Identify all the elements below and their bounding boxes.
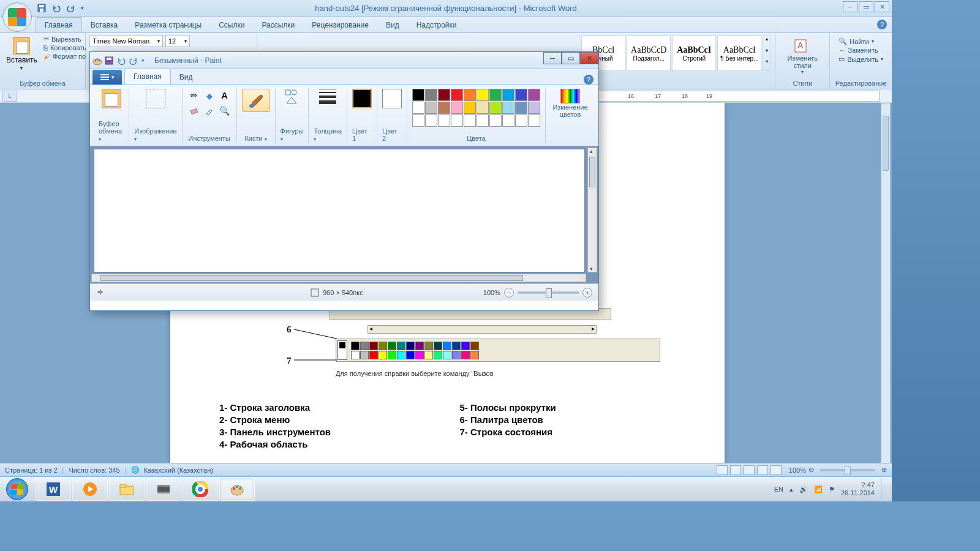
paint-save-icon[interactable] [105,56,113,65]
paint-minimize-button[interactable]: ─ [543,52,562,64]
paint-vs-thumb[interactable] [589,157,595,187]
palette-swatch[interactable] [477,89,489,101]
palette-swatch-empty[interactable] [451,114,463,127]
palette-swatch[interactable] [489,102,502,114]
paint-zoom-in[interactable]: + [582,288,592,298]
word-count[interactable]: Число слов: 345 [69,467,119,474]
paint-paste-icon[interactable] [102,89,121,108]
edit-colors-button[interactable]: Изменение цветов [551,89,590,118]
paint-qat-dropdown[interactable]: ▾ [141,58,145,64]
taskbar-chrome[interactable] [183,478,218,501]
tray-action-center-icon[interactable]: ⚑ [829,485,835,493]
palette-swatch[interactable] [502,89,514,101]
palette-swatch-empty[interactable] [515,114,527,127]
palette-swatch[interactable] [438,89,450,101]
font-size-select[interactable]: 12 ▾ [165,35,190,47]
picker-tool[interactable] [203,104,216,118]
paint-redo-icon[interactable] [129,56,138,65]
format-painter-button[interactable]: 🖌Формат по [43,53,86,60]
cut-button[interactable]: ✂Вырезать [43,35,86,43]
redo-icon[interactable] [66,3,76,13]
brushes-button[interactable] [242,89,270,112]
tab-review[interactable]: Рецензирование [303,18,377,32]
style-item-4[interactable]: AaBbCcI¶ Без интер... [717,36,761,71]
palette-swatch[interactable] [464,89,476,101]
taskbar-movie-maker[interactable] [146,478,181,501]
scrollbar-thumb[interactable] [883,116,889,171]
qat-dropdown-icon[interactable]: ▾ [81,5,84,11]
paint-title-bar[interactable]: ▾ Безымянный - Paint ─ ▭ ✕ [90,52,598,69]
paint-horizontal-scrollbar[interactable] [91,274,586,282]
paint-vertical-scrollbar[interactable] [587,148,597,272]
zoom-in-button[interactable]: ⊕ [881,466,887,474]
view-print-layout[interactable] [717,465,728,475]
paint-close-button[interactable]: ✕ [580,52,598,64]
font-family-select[interactable]: Times New Roman ▾ [89,35,163,47]
pencil-tool[interactable]: ✏ [187,89,201,102]
view-draft[interactable] [771,465,782,475]
tab-page-layout[interactable]: Разметка страницы [126,18,210,32]
fill-tool[interactable] [203,89,216,102]
shapes-gallery[interactable] [284,89,299,108]
palette-swatch[interactable] [515,89,527,101]
style-item-3[interactable]: AaBbCcIСтрогий [672,36,716,71]
paste-button[interactable]: Вставить ▾ [4,35,40,73]
palette-swatch-empty[interactable] [412,114,424,127]
palette-swatch-empty[interactable] [438,114,450,127]
start-button[interactable] [0,477,34,502]
palette-swatch[interactable] [489,89,502,101]
taskbar-paint[interactable] [219,478,255,501]
palette-swatch[interactable] [528,102,540,114]
paint-zoom-slider[interactable] [518,291,579,294]
palette-swatch[interactable] [477,102,489,114]
change-styles-button[interactable]: A Изменить стили ▾ [779,35,826,77]
paint-file-menu[interactable] [92,70,122,84]
view-full-screen[interactable] [730,465,741,475]
paint-select-icon[interactable] [146,89,165,108]
paint-maximize-button[interactable]: ▭ [562,52,580,64]
taskbar-word[interactable]: W [36,478,71,501]
taskbar-media-player[interactable] [72,478,108,501]
styles-gallery[interactable]: BbCcIычный AaBbCcDПодзагол... AaBbCcIСтр… [581,36,771,71]
word-vertical-scrollbar[interactable] [881,103,891,463]
eraser-tool[interactable] [187,104,201,118]
paint-help-icon[interactable]: ? [584,75,594,84]
office-button[interactable] [2,2,32,32]
text-tool[interactable]: A [218,89,232,102]
replace-button[interactable]: ↔Заменить [839,47,883,54]
paint-undo-icon[interactable] [117,56,126,65]
word-maximize-button[interactable]: ▭ [859,1,873,12]
taskbar-explorer[interactable] [109,478,145,501]
palette-swatch-empty[interactable] [528,114,540,127]
thickness-button[interactable] [319,89,336,104]
palette-swatch[interactable] [451,102,463,114]
tray-network-icon[interactable]: 📶 [814,485,823,493]
tab-selector[interactable]: L [2,91,17,102]
page-indicator[interactable]: Страница: 1 из 2 [5,467,58,474]
palette-swatch[interactable] [425,89,437,101]
paint-zoom-percent[interactable]: 100% [483,289,500,296]
zoom-percent[interactable]: 100% [789,467,806,474]
tab-insert[interactable]: Вставка [82,18,127,32]
find-button[interactable]: 🔍Найти ▾ [839,37,883,45]
language-indicator[interactable]: Казахский (Казахстан) [143,467,213,474]
tray-volume-icon[interactable]: 🔊 [799,485,808,493]
styles-expand[interactable]: ≡ [763,59,771,70]
save-icon[interactable] [37,3,47,13]
palette-swatch[interactable] [502,102,514,114]
styles-scroll-down[interactable]: ▾ [763,48,771,59]
tab-view[interactable]: Вид [377,18,408,32]
zoom-slider[interactable] [820,469,875,471]
view-web-layout[interactable] [744,465,755,475]
tray-show-hidden-icon[interactable]: ▴ [790,485,793,493]
palette-swatch[interactable] [515,102,527,114]
tab-home[interactable]: Главная [36,17,82,32]
style-item-2[interactable]: AaBbCcDПодзагол... [627,36,671,71]
palette-swatch[interactable] [425,102,437,114]
tray-language[interactable]: EN [774,485,783,493]
paint-hs-thumb[interactable] [100,275,523,281]
palette-swatch[interactable] [528,89,540,101]
copy-button[interactable]: ⎘Копировать [43,44,86,51]
proofing-icon[interactable]: 🌐 [131,466,140,474]
paint-canvas[interactable] [94,149,585,272]
